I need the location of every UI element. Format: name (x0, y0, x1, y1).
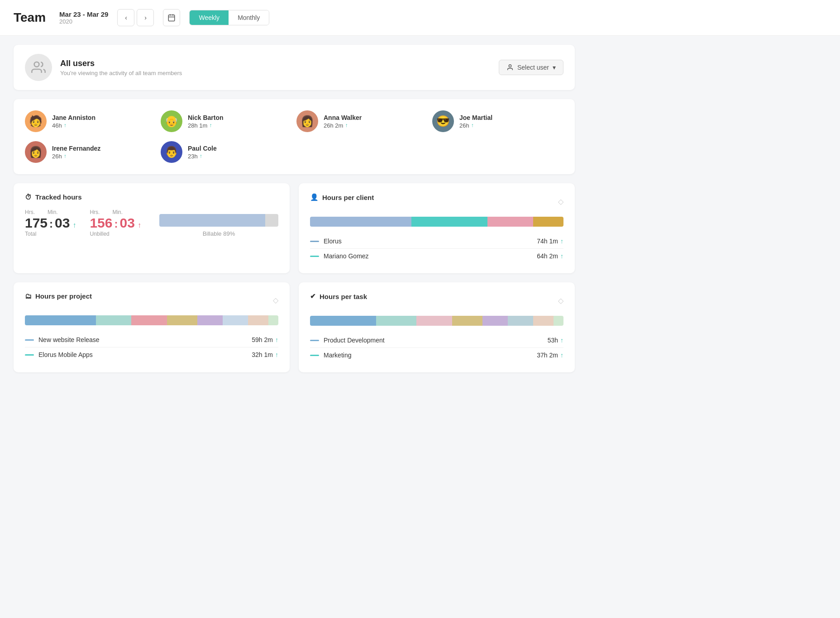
team-member[interactable]: 👩 Irene Fernandez 26h ↑ (25, 141, 156, 163)
project-stacked-bar (25, 315, 278, 325)
weekly-button[interactable]: Weekly (190, 10, 229, 25)
legend-value: 32h 1m ↑ (252, 351, 278, 358)
task-legend: Product Development 53h ↑ Marketing 37h … (310, 333, 563, 362)
date-year: 2020 (59, 18, 108, 25)
member-name: Paul Cole (188, 145, 217, 152)
all-users-subtitle: You're viewing the activity of all team … (60, 70, 182, 76)
hours-per-client-title: 👤 Hours per client (310, 193, 374, 201)
user-icon (506, 64, 514, 71)
tracked-hours-title: ⏱ Tracked hours (25, 193, 278, 201)
unbilled-hours-stat: Hrs. Min. 156 : 03 ↑ Unbilled (90, 209, 141, 237)
view-toggle: Weekly Monthly (189, 10, 269, 25)
legend-name: Product Development (324, 337, 385, 344)
unbilled-min-value: 03 (120, 215, 135, 231)
billable-progress: Billable 89% (155, 214, 278, 237)
total-hours-stat: Hrs. Min. 175 : 03 ↑ Total (25, 209, 76, 237)
legend-value: 74h 1m ↑ (537, 238, 563, 245)
unbilled-trend-icon: ↑ (138, 221, 141, 229)
hours-per-task-title: ✔ Hours per task (310, 292, 367, 300)
team-member[interactable]: 👩 Anna Walker 26h 2m ↑ (296, 110, 428, 132)
member-hours: 26h ↑ (459, 122, 492, 129)
member-avatar: 😎 (432, 110, 454, 132)
legend-item: Elorus Mobile Apps 32h 1m ↑ (25, 347, 278, 362)
charts-row-1: ⏱ Tracked hours Hrs. Min. 175 : 03 ↑ Tot… (14, 183, 575, 273)
legend-item: New website Release 59h 2m ↑ (25, 333, 278, 347)
member-hours: 26h ↑ (52, 153, 100, 160)
navigation-buttons: ‹ › (117, 9, 154, 26)
team-member[interactable]: 😎 Joe Martial 26h ↑ (432, 110, 563, 132)
member-avatar: 👨 (161, 141, 182, 163)
legend-color (310, 355, 319, 356)
member-avatar: 👩 (25, 141, 47, 163)
client-legend: Elorus 74h 1m ↑ Mariano Gomez 64h 2m ↑ (310, 234, 563, 263)
member-name: Joe Martial (459, 114, 492, 121)
team-member[interactable]: 🧑 Jane Anniston 46h ↑ (25, 110, 156, 132)
hours-per-project-title: 🗂 Hours per project (25, 292, 92, 300)
hours-per-client-card: 👤 Hours per client ◇ Elorus 74h 1m ↑ Mar… (299, 183, 575, 273)
legend-color (25, 354, 34, 356)
svg-rect-0 (169, 15, 175, 21)
users-icon (31, 60, 46, 75)
member-hours: 23h ↑ (188, 153, 217, 160)
member-avatar: 👴 (161, 110, 182, 132)
legend-item: Mariano Gomez 64h 2m ↑ (310, 249, 563, 263)
all-users-left: All users You're viewing the activity of… (25, 54, 182, 81)
header: Team Mar 23 - Mar 29 2020 ‹ › Weekly Mon… (0, 0, 840, 36)
calendar-button[interactable] (163, 9, 180, 26)
client-icon: 👤 (310, 193, 319, 201)
legend-name: New website Release (38, 336, 100, 343)
unbilled-hrs-value: 156 (90, 215, 112, 231)
member-name: Nick Barton (188, 114, 224, 121)
select-user-button[interactable]: Select user ▾ (499, 60, 563, 75)
next-button[interactable]: › (137, 9, 154, 26)
all-users-title: All users (60, 59, 182, 68)
select-user-label: Select user (517, 64, 549, 71)
legend-item: Product Development 53h ↑ (310, 333, 563, 348)
team-grid: 🧑 Jane Anniston 46h ↑ 👴 Nick Barton 28h … (25, 110, 563, 163)
legend-name: Elorus (324, 238, 342, 245)
legend-name: Elorus Mobile Apps (38, 351, 93, 358)
main-content: All users You're viewing the activity of… (0, 36, 588, 390)
all-users-card: All users You're viewing the activity of… (14, 45, 575, 90)
charts-row-2: 🗂 Hours per project ◇ New website Releas… (14, 282, 575, 372)
dropdown-icon: ▾ (553, 64, 556, 71)
legend-name: Mariano Gomez (324, 252, 369, 260)
team-members-card: 🧑 Jane Anniston 46h ↑ 👴 Nick Barton 28h … (14, 99, 575, 174)
date-range: Mar 23 - Mar 29 2020 (59, 10, 108, 25)
legend-value: 59h 2m ↑ (252, 336, 278, 343)
legend-value: 53h ↑ (548, 337, 563, 344)
legend-color (310, 241, 319, 242)
prev-button[interactable]: ‹ (117, 9, 134, 26)
legend-item: Elorus 74h 1m ↑ (310, 234, 563, 249)
all-users-avatar (25, 54, 52, 81)
total-min-value: 03 (55, 215, 70, 231)
client-stacked-bar (310, 217, 563, 227)
all-users-info: All users You're viewing the activity of… (60, 59, 182, 76)
legend-value: 64h 2m ↑ (537, 252, 563, 260)
project-legend: New website Release 59h 2m ↑ Elorus Mobi… (25, 333, 278, 362)
total-trend-icon: ↑ (72, 221, 76, 229)
team-member[interactable]: 👴 Nick Barton 28h 1m ↑ (161, 110, 292, 132)
diamond-icon-2: ◇ (273, 296, 278, 304)
diamond-icon: ◇ (558, 197, 563, 206)
member-hours: 28h 1m ↑ (188, 122, 224, 129)
member-name: Irene Fernandez (52, 145, 100, 152)
svg-point-5 (509, 65, 511, 67)
legend-color (310, 256, 319, 257)
hours-per-task-card: ✔ Hours per task ◇ Product Development 5… (299, 282, 575, 372)
legend-name: Marketing (324, 352, 351, 359)
billable-label: Billable 89% (159, 230, 278, 237)
total-hrs-value: 175 (25, 215, 48, 231)
legend-value: 37h 2m ↑ (537, 352, 563, 359)
date-range-label: Mar 23 - Mar 29 (59, 10, 108, 18)
member-avatar: 👩 (296, 110, 318, 132)
hours-per-project-header: 🗂 Hours per project ◇ (25, 292, 278, 308)
hours-per-project-card: 🗂 Hours per project ◇ New website Releas… (14, 282, 290, 372)
calendar-icon (167, 14, 176, 22)
member-name: Anna Walker (324, 114, 362, 121)
hours-per-task-header: ✔ Hours per task ◇ (310, 292, 563, 309)
legend-color (25, 339, 34, 341)
monthly-button[interactable]: Monthly (229, 10, 269, 25)
team-member[interactable]: 👨 Paul Cole 23h ↑ (161, 141, 292, 163)
legend-item: Marketing 37h 2m ↑ (310, 348, 563, 362)
